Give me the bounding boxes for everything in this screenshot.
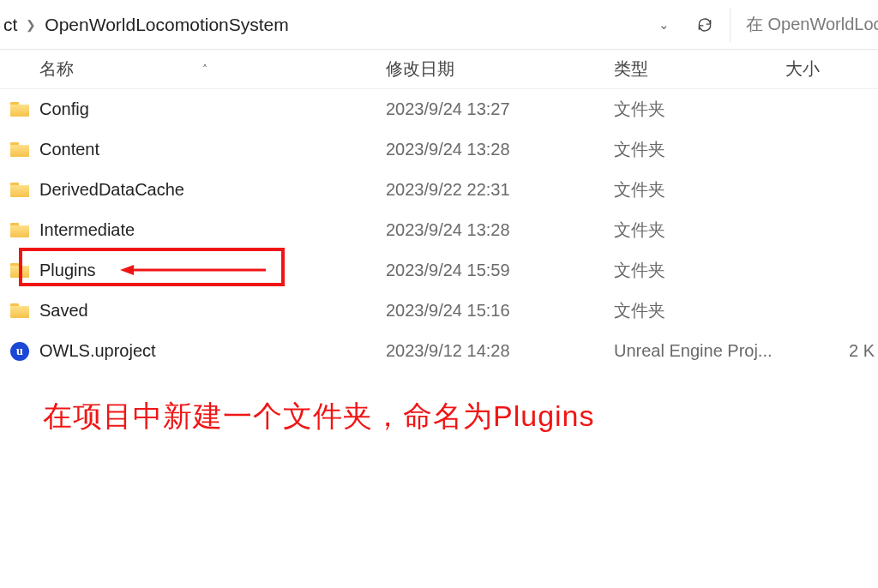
unreal-engine-icon: u bbox=[10, 342, 29, 361]
column-header-type[interactable]: 类型 bbox=[614, 57, 785, 81]
file-name: DerivedDataCache bbox=[39, 180, 386, 200]
search-input[interactable]: 在 OpenWorldLoco bbox=[734, 6, 878, 44]
file-type: 文件夹 bbox=[614, 98, 785, 121]
folder-icon bbox=[10, 183, 29, 197]
folder-icon bbox=[10, 223, 29, 237]
list-item[interactable]: Plugins2023/9/24 15:59文件夹 bbox=[0, 250, 878, 291]
list-item[interactable]: Intermediate2023/9/24 13:28文件夹 bbox=[0, 210, 878, 250]
refresh-button[interactable] bbox=[683, 6, 726, 44]
breadcrumb-current[interactable]: OpenWorldLocomotionSystem bbox=[45, 15, 288, 35]
file-name: Config bbox=[39, 99, 386, 119]
chevron-right-icon: ❯ bbox=[26, 18, 36, 32]
divider bbox=[730, 8, 731, 42]
list-item[interactable]: Config2023/9/24 13:27文件夹 bbox=[0, 89, 878, 129]
folder-icon bbox=[10, 263, 29, 278]
file-date: 2023/9/22 22:31 bbox=[386, 180, 614, 200]
column-header-name[interactable]: 名称 ˄ bbox=[0, 57, 386, 81]
column-header-size[interactable]: 大小 bbox=[785, 57, 878, 81]
folder-icon bbox=[10, 102, 29, 117]
file-name: OWLS.uproject bbox=[39, 341, 386, 361]
file-type: 文件夹 bbox=[614, 219, 785, 242]
file-date: 2023/9/24 15:59 bbox=[386, 261, 614, 280]
file-type: 文件夹 bbox=[614, 178, 785, 201]
refresh-icon bbox=[696, 16, 713, 33]
chevron-down-icon[interactable]: ⌄ bbox=[656, 17, 671, 33]
annotation-caption: 在项目中新建一个文件夹，命名为Plugins bbox=[0, 371, 878, 436]
address-bar: ct ❯ OpenWorldLocomotionSystem ⌄ 在 OpenW… bbox=[0, 0, 878, 50]
folder-icon bbox=[10, 142, 29, 157]
file-type: 文件夹 bbox=[614, 138, 785, 161]
column-header-row: 名称 ˄ 修改日期 类型 大小 bbox=[0, 50, 878, 89]
folder-icon bbox=[10, 303, 29, 318]
file-date: 2023/9/24 13:28 bbox=[386, 140, 614, 159]
file-size: 2 K bbox=[785, 341, 878, 361]
file-date: 2023/9/24 15:16 bbox=[386, 301, 614, 321]
file-type: 文件夹 bbox=[614, 299, 785, 322]
list-item[interactable]: Saved2023/9/24 15:16文件夹 bbox=[0, 291, 878, 331]
breadcrumb-prev[interactable]: ct bbox=[3, 15, 17, 35]
list-item[interactable]: Content2023/9/24 13:28文件夹 bbox=[0, 129, 878, 170]
column-header-name-label: 名称 bbox=[39, 57, 74, 81]
breadcrumb[interactable]: ct ❯ OpenWorldLocomotionSystem ⌄ bbox=[0, 6, 683, 44]
list-item[interactable]: DerivedDataCache2023/9/22 22:31文件夹 bbox=[0, 170, 878, 210]
sort-asc-icon: ˄ bbox=[202, 63, 207, 75]
file-date: 2023/9/12 14:28 bbox=[386, 341, 614, 361]
file-name: Content bbox=[39, 140, 386, 159]
file-name: Plugins bbox=[39, 261, 386, 280]
file-type: 文件夹 bbox=[614, 259, 785, 282]
file-name: Intermediate bbox=[39, 220, 386, 240]
file-list: Config2023/9/24 13:27文件夹Content2023/9/24… bbox=[0, 89, 878, 371]
list-item[interactable]: uOWLS.uproject2023/9/12 14:28Unreal Engi… bbox=[0, 331, 878, 371]
file-date: 2023/9/24 13:27 bbox=[386, 99, 614, 119]
file-date: 2023/9/24 13:28 bbox=[386, 220, 614, 240]
file-type: Unreal Engine Proj... bbox=[614, 341, 785, 361]
column-header-date[interactable]: 修改日期 bbox=[386, 57, 614, 81]
file-name: Saved bbox=[39, 301, 386, 321]
